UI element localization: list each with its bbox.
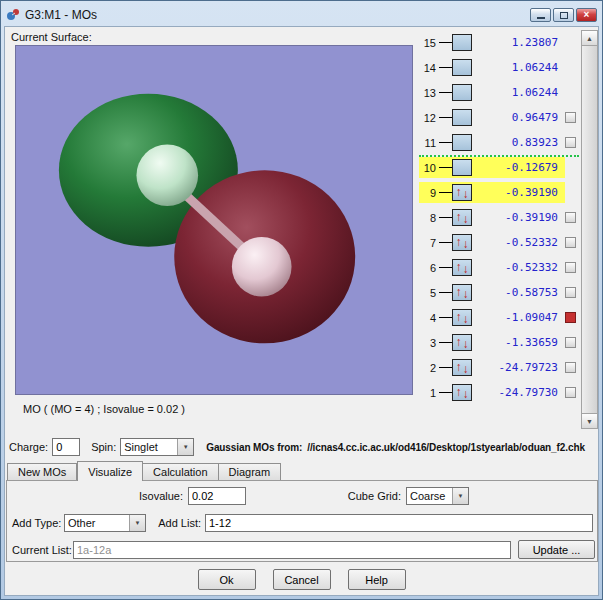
electron-down-arrow-icon: ↓ [462, 188, 469, 200]
mo-orbital-box[interactable]: ↑↓ [452, 109, 472, 126]
cancel-button[interactable]: Cancel [273, 569, 331, 590]
electron-down-arrow-icon: ↓ [462, 213, 469, 225]
mo-row[interactable]: 3 ↑↓ -1.33659 [419, 330, 579, 355]
current-list-input[interactable] [73, 541, 511, 559]
mo-list-scrollbar[interactable]: ▲ ▼ [581, 30, 598, 429]
spin-select[interactable]: Singlet ▼ [120, 438, 194, 456]
mo-orbital-box[interactable]: ↑↓ [452, 259, 472, 276]
scrollbar-thumb[interactable] [581, 46, 598, 413]
mo-level-line [439, 42, 452, 43]
mo-energy-list: 15 ↑↓ 1.23807 14 ↑↓ 1.06244 13 ↑↓ 1.0624… [419, 30, 579, 405]
spin-label: Spin: [91, 441, 116, 453]
mo-energy-value: -0.58753 [472, 286, 565, 299]
mo-row[interactable]: 12 ↑↓ 0.96479 [419, 105, 579, 130]
tab-calculation[interactable]: Calculation [143, 463, 218, 480]
mo-number: 5 [421, 287, 436, 299]
charge-label: Charge: [9, 441, 48, 453]
mo-energy-value: -24.79730 [472, 386, 565, 399]
mo-orbital-box[interactable]: ↑↓ [452, 184, 472, 201]
mo-number: 2 [421, 362, 436, 374]
mo-orbital-box[interactable]: ↑↓ [452, 84, 472, 101]
mo-checkbox[interactable] [565, 212, 576, 223]
maximize-button[interactable] [553, 8, 574, 22]
mo-orbital-box[interactable]: ↑↓ [452, 34, 472, 51]
mo-energy-value: -0.39190 [472, 211, 565, 224]
mo-orbital-box[interactable]: ↑↓ [452, 334, 472, 351]
mo-orbital-box[interactable]: ↑↓ [452, 159, 472, 176]
spin-dropdown-icon[interactable]: ▼ [177, 439, 193, 455]
mo-orbital-box[interactable]: ↑↓ [452, 134, 472, 151]
mo-row-main: 8 ↑↓ -0.39190 [419, 207, 565, 228]
cube-grid-select[interactable]: Coarse ▼ [406, 487, 469, 505]
minimize-button[interactable] [530, 8, 551, 22]
mo-orbital-box[interactable]: ↑↓ [452, 384, 472, 401]
mo-checkbox[interactable] [565, 137, 576, 148]
mo-row[interactable]: 15 ↑↓ 1.23807 [419, 30, 579, 55]
mo-level-line [439, 117, 452, 118]
mo-orbital-box[interactable]: ↑↓ [452, 234, 472, 251]
mo-orbital-box[interactable]: ↑↓ [452, 209, 472, 226]
mo-level-line [439, 342, 452, 343]
mo-checkbox[interactable] [565, 337, 576, 348]
mo-surface-render [16, 46, 412, 394]
tab-visualize[interactable]: Visualize [77, 461, 143, 481]
tab-label: New MOs [18, 466, 66, 478]
add-type-select[interactable]: Other ▼ [64, 514, 146, 532]
mo-row[interactable]: 6 ↑↓ -0.52332 [419, 255, 579, 280]
mo-row[interactable]: 10 ↑↓ -0.12679 [419, 155, 579, 180]
mo-row[interactable]: 13 ↑↓ 1.06244 [419, 80, 579, 105]
mo-energy-value: -0.39190 [472, 186, 565, 199]
isovalue-input[interactable] [188, 487, 246, 505]
mo-number: 8 [421, 212, 436, 224]
electron-up-arrow-icon: ↑ [455, 286, 462, 298]
mo-energy-value: 1.06244 [472, 61, 565, 74]
scroll-up-button[interactable]: ▲ [581, 30, 598, 46]
help-button[interactable]: Help [348, 569, 406, 590]
mo-orbital-box[interactable]: ↑↓ [452, 59, 472, 76]
mo-checkbox[interactable] [565, 362, 576, 373]
mo-row[interactable]: 11 ↑↓ 0.83923 [419, 130, 579, 155]
maximize-icon [560, 12, 568, 19]
surface-caption: MO ( (MO = 4) ; Isovalue = 0.02 ) [23, 403, 185, 415]
add-list-input[interactable] [205, 514, 593, 532]
mo-number: 3 [421, 337, 436, 349]
ok-button[interactable]: Ok [198, 569, 256, 590]
mo-checkbox[interactable] [565, 312, 576, 323]
add-type-dropdown-icon[interactable]: ▼ [129, 515, 145, 531]
mo-checkbox[interactable] [565, 262, 576, 273]
mo-row[interactable]: 7 ↑↓ -0.52332 [419, 230, 579, 255]
tab-diagram[interactable]: Diagram [219, 463, 282, 480]
update-button[interactable]: Update ... [518, 540, 595, 559]
mo-checkbox[interactable] [565, 112, 576, 123]
scroll-down-button[interactable]: ▼ [581, 413, 598, 429]
close-icon: × [584, 10, 590, 20]
mo-row[interactable]: 14 ↑↓ 1.06244 [419, 55, 579, 80]
mo-row[interactable]: 2 ↑↓ -24.79723 [419, 355, 579, 380]
tab-label: Visualize [88, 466, 132, 478]
mo-orbital-box[interactable]: ↑↓ [452, 309, 472, 326]
mos-source-path: //icnas4.cc.ic.ac.uk/od416/Desktop/1stye… [307, 442, 585, 453]
mo-orbital-box[interactable]: ↑↓ [452, 359, 472, 376]
mo-row[interactable]: 9 ↑↓ -0.39190 [419, 180, 579, 205]
mo-row[interactable]: 1 ↑↓ -24.79730 [419, 380, 579, 405]
atom-1 [136, 144, 198, 206]
molecule-viewport[interactable] [15, 45, 413, 395]
mo-checkbox[interactable] [565, 387, 576, 398]
cube-grid-dropdown-icon[interactable]: ▼ [452, 488, 468, 504]
mo-checkbox[interactable] [565, 237, 576, 248]
charge-input[interactable] [52, 438, 80, 456]
mo-row[interactable]: 4 ↑↓ -1.09047 [419, 305, 579, 330]
add-type-label: Add Type: [12, 517, 61, 529]
mo-row-main: 12 ↑↓ 0.96479 [419, 107, 565, 128]
mo-row[interactable]: 5 ↑↓ -0.58753 [419, 280, 579, 305]
mo-orbital-box[interactable]: ↑↓ [452, 284, 472, 301]
title-bar[interactable]: G3:M1 - MOs × [4, 4, 599, 26]
mo-level-line [439, 142, 452, 143]
mo-energy-value: 0.96479 [472, 111, 565, 124]
electron-up-arrow-icon: ↑ [455, 211, 462, 223]
mo-row-main: 4 ↑↓ -1.09047 [419, 307, 565, 328]
mo-row[interactable]: 8 ↑↓ -0.39190 [419, 205, 579, 230]
close-button[interactable]: × [576, 8, 597, 22]
tab-new-mos[interactable]: New MOs [7, 463, 77, 480]
mo-checkbox[interactable] [565, 287, 576, 298]
